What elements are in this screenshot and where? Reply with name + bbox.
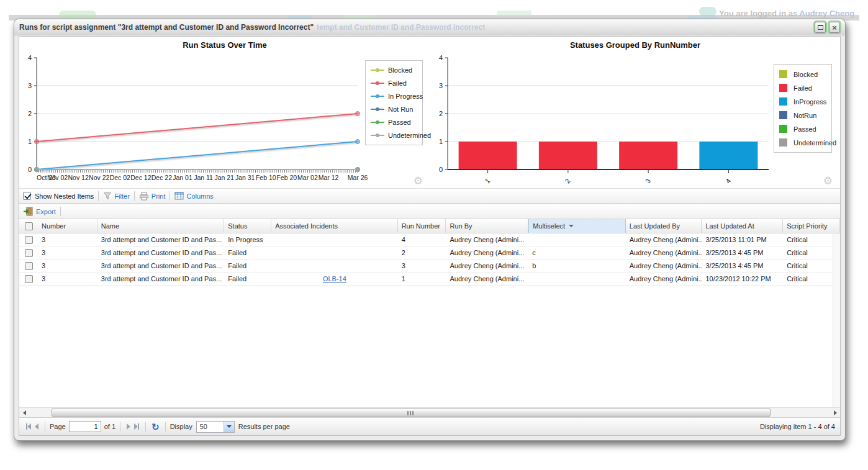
scroll-left-arrow[interactable] (19, 408, 29, 417)
column-header-name[interactable]: Name (97, 219, 225, 233)
runs-dialog: Runs for script assignment "3rd attempt … (14, 19, 846, 441)
table-row[interactable]: 33rd attempt and Customer ID and Pas...F… (19, 246, 840, 260)
chart-settings-gear-icon[interactable]: ⚙ (823, 174, 833, 188)
svg-text:0: 0 (28, 166, 32, 173)
table-row[interactable]: 33rd attempt and Customer ID and Pas...F… (19, 260, 840, 273)
cell-updated_by: Audrey Cheng (Admini... (626, 236, 702, 243)
column-header-run_number[interactable]: Run Number (398, 219, 446, 233)
column-header-label: Associated Incidents (275, 222, 338, 230)
next-page-button[interactable] (127, 423, 130, 430)
page-size-value: 50 (197, 422, 224, 432)
prev-page-button[interactable] (35, 423, 38, 430)
close-button[interactable]: × (829, 22, 840, 33)
cell-priority: Critical (783, 275, 840, 282)
legend-item: Blocked (779, 70, 826, 78)
column-header-label: Multiselect (533, 222, 565, 230)
columns-icon (174, 192, 184, 200)
cell-name: 3rd attempt and Customer ID and Pas... (97, 236, 225, 243)
bar-chart-title: Statuses Grouped By RunNumber (430, 37, 840, 52)
column-header-number[interactable]: Number (38, 219, 97, 233)
refresh-icon[interactable]: ↻ (151, 422, 160, 432)
cell-name: 3rd attempt and Customer ID and Pas... (97, 275, 225, 282)
dialog-title: Runs for script assignment "3rd attempt … (19, 23, 314, 32)
table-row[interactable]: 33rd attempt and Customer ID and Pas...F… (19, 273, 840, 286)
filter-label: Filter (114, 192, 129, 200)
column-header-incidents[interactable]: Associated Incidents (271, 219, 398, 233)
export-button[interactable]: Export (23, 207, 56, 216)
svg-text:1: 1 (439, 138, 443, 145)
filter-button[interactable]: Filter (103, 192, 129, 200)
cell-run_number: 4 (398, 236, 446, 243)
svg-text:2: 2 (439, 110, 443, 117)
svg-text:4: 4 (724, 177, 732, 184)
cell-number: 3 (38, 236, 97, 243)
svg-text:Feb 20: Feb 20 (277, 174, 297, 181)
page-number-input[interactable] (69, 421, 101, 432)
legend-label: Blocked (388, 66, 412, 74)
show-nested-checkbox[interactable] (23, 192, 31, 200)
maximize-icon (818, 25, 823, 30)
legend-item: Failed (371, 79, 417, 87)
dialog-titlebar[interactable]: Runs for script assignment "3rd attempt … (14, 19, 845, 35)
line-chart-title: Run Status Over Time (19, 37, 430, 52)
svg-text:2: 2 (28, 110, 32, 117)
column-header-status[interactable]: Status (224, 219, 271, 233)
page-of-label: of 1 (104, 423, 115, 430)
row-checkbox[interactable] (25, 236, 33, 244)
scroll-right-arrow[interactable] (830, 408, 840, 417)
dialog-content: Run Status Over Time 01234Oct 23Nov 02No… (19, 36, 841, 436)
maximize-button[interactable] (815, 22, 826, 33)
legend-item: In Progress (371, 93, 417, 100)
legend-swatch-icon (779, 70, 787, 78)
column-header-run_by[interactable]: Run By (446, 219, 528, 233)
print-icon (139, 192, 149, 201)
background-badge (699, 7, 717, 16)
cell-updated_by: Audrey Cheng (Admini... (626, 262, 702, 269)
page-label: Page (50, 423, 66, 430)
first-page-button[interactable] (26, 423, 31, 430)
page-size-select[interactable]: 50 (196, 421, 235, 433)
column-header-priority[interactable]: Script Priority (783, 219, 840, 233)
cell-priority: Critical (783, 262, 840, 269)
cell-status: Failed (224, 249, 271, 256)
runs-grid: NumberNameStatusAssociated IncidentsRun … (19, 219, 840, 407)
columns-button[interactable]: Columns (174, 192, 213, 200)
close-icon: × (832, 24, 837, 32)
legend-label: In Progress (388, 93, 423, 100)
column-header-label: Run Number (402, 222, 440, 230)
export-label: Export (36, 208, 56, 215)
scrollbar-thumb[interactable] (52, 409, 771, 417)
legend-item: NotRun (779, 111, 826, 119)
combo-trigger[interactable] (224, 422, 234, 432)
row-checkbox[interactable] (25, 249, 33, 257)
legend-item: Failed (779, 84, 826, 92)
table-row[interactable]: 33rd attempt and Customer ID and Pas...I… (19, 233, 840, 246)
column-header-updated_by[interactable]: Last Updated By (626, 219, 702, 233)
horizontal-scrollbar[interactable] (19, 407, 840, 417)
logged-in-label: You are logged in as (719, 9, 797, 18)
select-all-checkbox[interactable] (25, 222, 33, 230)
results-per-page-label: Results per page (238, 423, 290, 430)
cell-number: 3 (38, 262, 97, 269)
svg-text:3: 3 (439, 82, 443, 89)
vertical-scrollbar[interactable] (833, 233, 840, 407)
last-page-button[interactable] (134, 423, 139, 430)
logged-in-text: You are logged in as Audrey Cheng (719, 9, 854, 18)
background-blob (59, 11, 96, 19)
legend-label: Blocked (793, 71, 818, 78)
row-checkbox[interactable] (25, 275, 33, 283)
cell-updated_at: 3/25/2013 4:45 PM (702, 249, 784, 256)
svg-text:3: 3 (644, 177, 652, 184)
sort-arrow-icon (569, 225, 574, 227)
column-header-multiselect[interactable]: Multiselect (528, 219, 626, 233)
row-checkbox[interactable] (25, 262, 33, 270)
column-header-label: Last Updated At (705, 222, 754, 230)
svg-text:0: 0 (439, 166, 443, 173)
cell-updated_at: 3/25/2013 11:01 PM (702, 236, 784, 243)
chart-settings-gear-icon[interactable]: ⚙ (414, 174, 423, 188)
incident-link[interactable]: OLB-14 (323, 275, 346, 282)
print-button[interactable]: Print (139, 192, 166, 201)
legend-label: Failed (793, 84, 812, 92)
column-header-updated_at[interactable]: Last Updated At (702, 219, 783, 233)
cell-run_number: 3 (398, 262, 446, 269)
